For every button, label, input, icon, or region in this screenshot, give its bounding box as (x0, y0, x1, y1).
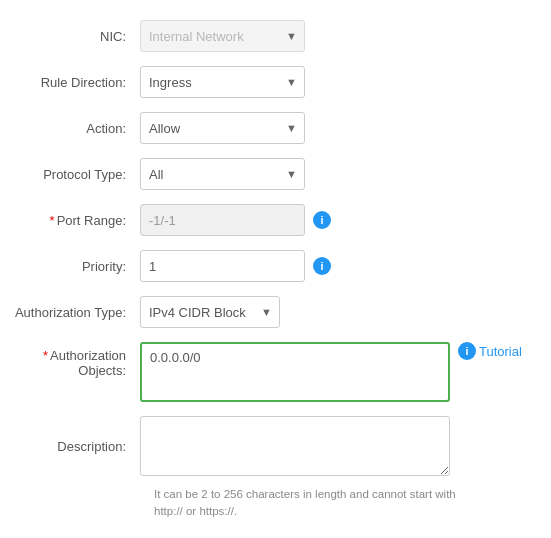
priority-row: Priority: i (10, 250, 541, 282)
description-label: Description: (10, 439, 140, 454)
priority-input[interactable] (140, 250, 305, 282)
action-select[interactable]: Allow Deny (140, 112, 305, 144)
authorization-type-row: Authorization Type: IPv4 CIDR Block IPv6… (10, 296, 541, 328)
protocol-type-select[interactable]: All TCP UDP ICMP (140, 158, 305, 190)
nic-label: NIC: (10, 29, 140, 44)
authorization-objects-label: *Authorization Objects: (10, 342, 140, 378)
description-row: Description: (10, 416, 541, 476)
priority-info-icon[interactable]: i (313, 257, 331, 275)
port-range-required-star: * (50, 213, 55, 228)
port-range-label: *Port Range: (10, 213, 140, 228)
port-range-row: *Port Range: i (10, 204, 541, 236)
authorization-type-label: Authorization Type: (10, 305, 140, 320)
rule-direction-label: Rule Direction: (10, 75, 140, 90)
authorization-type-select-wrapper[interactable]: IPv4 CIDR Block IPv6 CIDR Block Security… (140, 296, 280, 328)
rule-direction-select[interactable]: Ingress Egress (140, 66, 305, 98)
priority-label: Priority: (10, 259, 140, 274)
nic-select-wrapper[interactable]: Internal Network ▼ (140, 20, 305, 52)
action-label: Action: (10, 121, 140, 136)
tutorial-info-icon: i (458, 342, 476, 360)
description-hint: It can be 2 to 256 characters in length … (154, 486, 464, 521)
description-textarea[interactable] (140, 416, 450, 476)
rule-direction-row: Rule Direction: Ingress Egress ▼ (10, 66, 541, 98)
action-select-wrapper[interactable]: Allow Deny ▼ (140, 112, 305, 144)
protocol-select-wrapper[interactable]: All TCP UDP ICMP ▼ (140, 158, 305, 190)
action-row: Action: Allow Deny ▼ (10, 112, 541, 144)
authorization-type-select[interactable]: IPv4 CIDR Block IPv6 CIDR Block Security… (140, 296, 280, 328)
rule-direction-select-wrapper[interactable]: Ingress Egress ▼ (140, 66, 305, 98)
auth-objects-required-star: * (43, 348, 48, 363)
nic-select[interactable]: Internal Network (140, 20, 305, 52)
authorization-objects-textarea[interactable]: 0.0.0.0/0 (140, 342, 450, 402)
port-range-info-icon[interactable]: i (313, 211, 331, 229)
protocol-type-row: Protocol Type: All TCP UDP ICMP ▼ (10, 158, 541, 190)
nic-row: NIC: Internal Network ▼ (10, 20, 541, 52)
authorization-objects-row: *Authorization Objects: 0.0.0.0/0 i Tuto… (10, 342, 541, 402)
port-range-input[interactable] (140, 204, 305, 236)
tutorial-link[interactable]: i Tutorial (458, 342, 522, 360)
protocol-type-label: Protocol Type: (10, 167, 140, 182)
